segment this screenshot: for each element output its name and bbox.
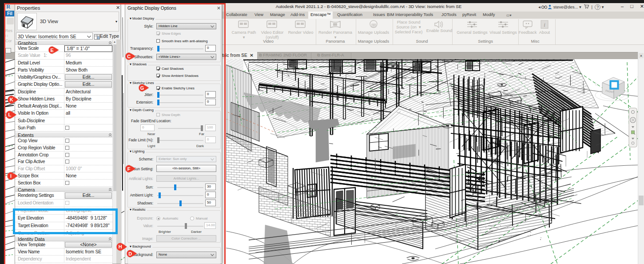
svg-text:K: K	[10, 97, 13, 102]
svg-text:F: F	[127, 166, 131, 172]
svg-text:G: G	[140, 85, 144, 91]
svg-text:⌂: ⌂	[595, 82, 597, 86]
svg-text:E: E	[51, 48, 54, 53]
svg-text:H: H	[119, 244, 122, 249]
svg-text:I: I	[10, 173, 12, 179]
svg-text:L: L	[8, 112, 11, 117]
svg-text:i: i	[544, 21, 545, 28]
svg-text:D: D	[129, 251, 132, 256]
svg-text:C: C	[127, 54, 131, 59]
